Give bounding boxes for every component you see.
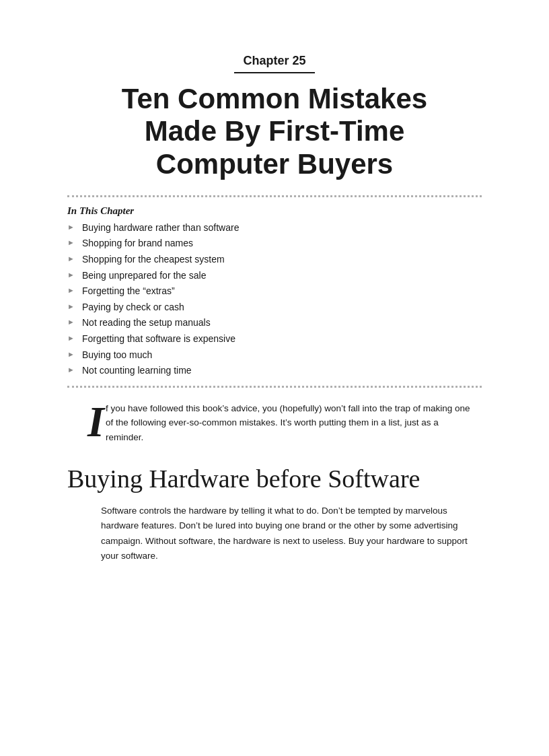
arrow-icon: ► bbox=[67, 238, 78, 248]
arrow-icon: ► bbox=[67, 317, 78, 327]
top-dot-border bbox=[67, 195, 482, 197]
in-this-chapter-title: In This Chapter bbox=[67, 205, 482, 217]
intro-paragraph: If you have followed this book’s advice,… bbox=[67, 401, 482, 445]
bottom-dot-border bbox=[67, 386, 482, 388]
section1-heading: Buying Hardware before Software bbox=[67, 464, 482, 495]
chapter-title: Ten Common Mistakes Made By First-Time C… bbox=[67, 83, 482, 180]
list-item: ► Buying too much bbox=[67, 349, 482, 362]
chapter-label: Chapter 25 bbox=[67, 54, 482, 68]
arrow-icon: ► bbox=[67, 254, 78, 264]
list-item: ► Shopping for the cheapest system bbox=[67, 253, 482, 267]
list-item: ► Forgetting that software is expensive bbox=[67, 333, 482, 346]
list-item: ► Not reading the setup manuals bbox=[67, 316, 482, 330]
list-item: ► Buying hardware rather than software bbox=[67, 221, 482, 235]
arrow-icon: ► bbox=[67, 302, 78, 312]
list-item: ► Shopping for brand names bbox=[67, 237, 482, 250]
arrow-icon: ► bbox=[67, 333, 78, 343]
arrow-icon: ► bbox=[67, 222, 78, 232]
section1-body: Software controls the hardware by tellin… bbox=[67, 504, 482, 563]
chapter-list: ► Buying hardware rather than software ►… bbox=[67, 221, 482, 378]
arrow-icon: ► bbox=[67, 285, 78, 296]
chapter-divider bbox=[234, 72, 315, 73]
list-item: ► Paying by check or cash bbox=[67, 301, 482, 314]
list-item: ► Not counting learning time bbox=[67, 364, 482, 378]
arrow-icon: ► bbox=[67, 365, 78, 375]
drop-cap: I bbox=[87, 404, 104, 440]
list-item: ► Forgetting the “extras” bbox=[67, 285, 482, 298]
intro-text: f you have followed this book’s advice, … bbox=[106, 403, 470, 442]
arrow-icon: ► bbox=[67, 349, 78, 359]
page: Chapter 25 Ten Common Mistakes Made By F… bbox=[0, 0, 549, 756]
list-item: ► Being unprepared for the sale bbox=[67, 269, 482, 283]
in-this-chapter-box: In This Chapter ► Buying hardware rather… bbox=[67, 205, 482, 378]
arrow-icon: ► bbox=[67, 270, 78, 280]
